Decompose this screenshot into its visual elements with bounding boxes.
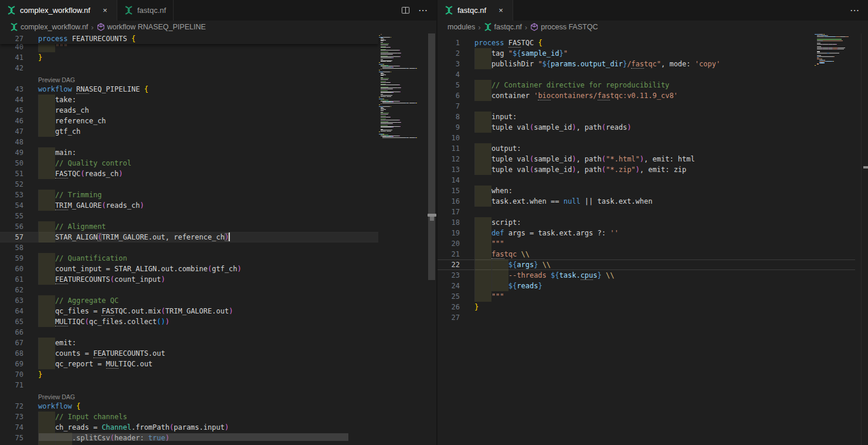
code-token: reads bbox=[517, 282, 538, 290]
code-line[interactable]: 43workflow RNASEQ_PIPELINE { bbox=[0, 84, 378, 95]
code-token: ${ bbox=[542, 60, 551, 68]
code-line[interactable]: 6container 'biocontainers/fastqc:v0.11.9… bbox=[438, 90, 855, 101]
code-line[interactable]: 7 bbox=[438, 101, 855, 112]
code-line[interactable]: 49main: bbox=[0, 147, 378, 158]
code-line[interactable]: 9tuple val(sample_id), path(reads) bbox=[438, 122, 855, 133]
code-line[interactable]: 26} bbox=[438, 302, 855, 312]
left-vertical-scrollbar[interactable] bbox=[428, 33, 435, 280]
code-line[interactable]: 67emit: bbox=[0, 338, 378, 348]
code-line[interactable]: 45reads_ch bbox=[0, 105, 378, 116]
left-tab-bar: complex_workflow.nf × fastqc.nf ⋯ bbox=[0, 0, 436, 21]
code-line[interactable]: 54TRIM_GALORE(reads_ch) bbox=[0, 200, 378, 211]
code-line[interactable]: 56// Alignment bbox=[0, 221, 378, 232]
code-line[interactable]: 17 bbox=[438, 207, 855, 217]
code-line[interactable]: 27 bbox=[438, 312, 855, 323]
code-line[interactable]: 52 bbox=[0, 179, 378, 190]
right-editor[interactable]: 1process FASTQC {2tag "${sample_id}"3pub… bbox=[438, 33, 868, 445]
code-line[interactable]: 71 bbox=[0, 380, 378, 390]
more-actions-icon[interactable]: ⋯ bbox=[418, 5, 428, 16]
codelens-preview-dag[interactable]: Preview DAG bbox=[38, 390, 75, 401]
code-line[interactable]: 20""" bbox=[438, 238, 855, 249]
code-line[interactable]: 15when: bbox=[438, 186, 855, 196]
code-line[interactable]: 68counts = FEATURECOUNTS.out bbox=[0, 348, 378, 359]
code-line[interactable]: 50// Quality control bbox=[0, 158, 378, 168]
code-line[interactable]: 42 bbox=[0, 63, 378, 73]
line-number: 10 bbox=[438, 133, 460, 143]
code-line[interactable]: 3publishDir "${params.output_dir}/fastqc… bbox=[438, 59, 855, 69]
left-horizontal-scrollbar[interactable] bbox=[39, 433, 348, 441]
code-line[interactable]: 13tuple val(sample_id), path("*.zip"), e… bbox=[438, 164, 855, 175]
breadcrumb-file[interactable]: fastqc.nf bbox=[484, 23, 522, 31]
code-line[interactable]: 22${args} \\ bbox=[438, 259, 855, 270]
code-line[interactable]: 63// Aggregate QC bbox=[0, 295, 378, 306]
right-tab-bar: fastqc.nf × ⋯ bbox=[438, 0, 868, 21]
code-line[interactable]: 25""" bbox=[438, 291, 855, 302]
close-icon[interactable]: × bbox=[496, 6, 506, 15]
breadcrumb-symbol[interactable]: workflow RNASEQ_PIPELINE bbox=[97, 23, 206, 31]
line-number: 4 bbox=[438, 69, 460, 80]
code-line[interactable]: 14 bbox=[438, 175, 855, 186]
split-editor-icon[interactable] bbox=[400, 5, 411, 16]
breadcrumb-folder[interactable]: modules bbox=[447, 23, 475, 31]
left-minimap[interactable] bbox=[379, 33, 428, 409]
code-line[interactable]: 65MULTIQC(qc_files.collect()) bbox=[0, 316, 378, 327]
code-line[interactable]: 41} bbox=[0, 52, 378, 63]
code-line[interactable]: 21fastqc \\ bbox=[438, 249, 855, 259]
line-number: 64 bbox=[0, 306, 23, 316]
code-line[interactable]: 16task.ext.when == null || task.ext.when bbox=[438, 196, 855, 207]
code-line[interactable]: 1process FASTQC { bbox=[438, 38, 855, 48]
breadcrumb-file[interactable]: complex_workflow.nf bbox=[10, 23, 88, 31]
code-token: ${ bbox=[551, 271, 559, 279]
code-line[interactable]: 55 bbox=[0, 211, 378, 221]
code-token: ) bbox=[229, 307, 233, 315]
code-line[interactable]: 69qc_report = MULTIQC.out bbox=[0, 359, 378, 369]
sticky-scroll-line[interactable]: 27process FEATURECOUNTS { bbox=[0, 33, 378, 44]
code-line[interactable]: 4 bbox=[438, 69, 855, 80]
close-icon[interactable]: × bbox=[100, 6, 110, 15]
right-minimap[interactable] bbox=[815, 33, 853, 104]
code-line[interactable]: 51FASTQC(reads_ch) bbox=[0, 168, 378, 179]
code-line[interactable]: 60count_input = STAR_ALIGN.out.combine(g… bbox=[0, 264, 378, 274]
code-token: reference_ch bbox=[55, 117, 106, 125]
code-line[interactable]: 44take: bbox=[0, 95, 378, 105]
code-line[interactable]: 61FEATURECOUNTS(count_input) bbox=[0, 274, 378, 285]
code-line[interactable]: 12tuple val(sample_id), path("*.html"), … bbox=[438, 154, 855, 164]
left-editor[interactable]: 40"""41}42Preview DAG43workflow RNASEQ_P… bbox=[0, 33, 436, 445]
code-line[interactable]: 73// Input channels bbox=[0, 412, 378, 422]
breadcrumb-symbol[interactable]: process FASTQC bbox=[530, 23, 598, 31]
code-line[interactable]: 70} bbox=[0, 369, 378, 380]
code-token: workflow bbox=[38, 402, 76, 410]
code-line[interactable]: 8input: bbox=[438, 112, 855, 122]
code-line[interactable]: 24${reads} bbox=[438, 281, 855, 291]
code-line[interactable]: 23--threads ${task.cpus} \\ bbox=[438, 270, 855, 281]
code-line[interactable]: 46reference_ch bbox=[0, 116, 378, 126]
line-number: 45 bbox=[0, 105, 23, 116]
left-editor-group: complex_workflow.nf × fastqc.nf ⋯ comple… bbox=[0, 0, 436, 445]
code-line[interactable]: 64qc_files = FASTQC.out.mix(TRIM_GALORE.… bbox=[0, 306, 378, 316]
codelens-preview-dag[interactable]: Preview DAG bbox=[38, 73, 75, 84]
tab-fastqc-right[interactable]: fastqc.nf × bbox=[438, 0, 513, 21]
tab-fastqc-left[interactable]: fastqc.nf bbox=[117, 0, 174, 21]
code-line[interactable]: 5// Container directive for reproducibil… bbox=[438, 80, 855, 90]
code-line[interactable]: 48 bbox=[0, 137, 378, 147]
code-line[interactable]: 19def args = task.ext.args ?: '' bbox=[438, 228, 855, 238]
code-line[interactable]: 72workflow { bbox=[0, 401, 378, 412]
code-line[interactable]: 66 bbox=[0, 327, 378, 338]
code-line[interactable]: 62 bbox=[0, 285, 378, 295]
code-line[interactable]: 57STAR_ALIGN(TRIM_GALORE.out, reference_… bbox=[0, 232, 378, 242]
code-line[interactable]: 59// Quantification bbox=[0, 253, 378, 264]
code-line[interactable]: 53// Trimming bbox=[0, 190, 378, 200]
code-line[interactable]: 58 bbox=[0, 242, 378, 253]
sash-grip[interactable] bbox=[428, 214, 436, 217]
code-line[interactable]: 47gtf_ch bbox=[0, 126, 378, 137]
code-line[interactable]: 2tag "${sample_id}" bbox=[438, 48, 855, 59]
code-line[interactable]: 18script: bbox=[438, 217, 855, 228]
line-number: 23 bbox=[438, 270, 460, 281]
code-line[interactable]: 11output: bbox=[438, 143, 855, 154]
code-line[interactable]: 10 bbox=[438, 133, 855, 143]
tab-complex-workflow[interactable]: complex_workflow.nf × bbox=[0, 0, 117, 21]
code-token: ( bbox=[602, 166, 606, 174]
code-token: ch_reads = bbox=[55, 423, 101, 431]
more-actions-icon[interactable]: ⋯ bbox=[849, 5, 860, 16]
code-line[interactable]: 74ch_reads = Channel.fromPath(params.inp… bbox=[0, 422, 378, 433]
